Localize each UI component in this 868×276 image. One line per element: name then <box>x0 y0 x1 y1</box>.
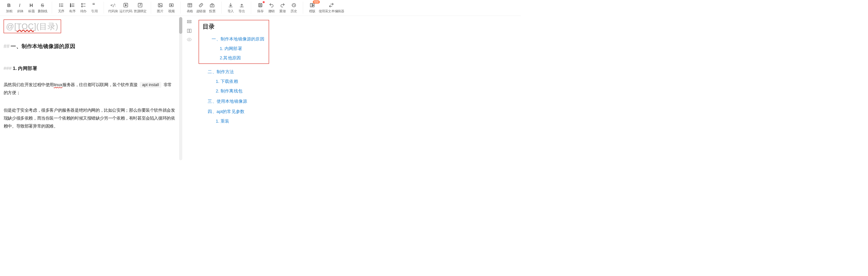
svg-marker-23 <box>125 4 127 6</box>
undo-button[interactable]: 撤销 <box>266 2 277 14</box>
download-icon <box>228 2 234 8</box>
svg-rect-34 <box>259 5 261 7</box>
toc-link[interactable]: 2.其他原因 <box>220 55 264 61</box>
toolbar-label: 撤销 <box>268 9 275 13</box>
highlight-box-toc-preview: 目录一、制作本地镜像源的原因1. 内网部署2.其他原因 <box>199 20 269 64</box>
upload-icon <box>239 2 244 8</box>
toolbar-label: 资源绑定 <box>134 9 146 13</box>
save-button[interactable]: 保存 <box>255 2 266 14</box>
toolbar-label: 表格 <box>187 9 193 13</box>
toolbar-label: 重做 <box>279 9 286 13</box>
editor-pane[interactable]: @[TOC](目录) ##一、制作本地镜像源的原因 ###1. 内网部署 虽然我… <box>0 16 179 160</box>
ul-button[interactable]: 无序 <box>55 2 67 14</box>
todo-button[interactable]: 待办 <box>78 2 89 14</box>
vote-button[interactable]: 投票 <box>207 2 218 14</box>
toolbar-label: 保存 <box>257 9 264 13</box>
link-button[interactable]: 超链接 <box>195 2 207 14</box>
link-box-icon <box>137 2 143 8</box>
image-button[interactable]: 图片 <box>155 2 166 14</box>
richtext-button[interactable]: 使用富文本编辑器 <box>318 2 345 14</box>
strike-button[interactable]: S删除线 <box>37 2 49 14</box>
preview-icon[interactable] <box>187 37 192 42</box>
video-button[interactable]: 视频 <box>166 2 177 14</box>
toolbar-label: 运行代码 <box>119 9 132 13</box>
table-icon <box>187 2 193 8</box>
preview-pane: 目录一、制作本地镜像源的原因1. 内网部署2.其他原因二、制作方法1. 下载依赖… <box>194 16 521 160</box>
toolbar-label: 视频 <box>168 9 175 13</box>
svg-text:</>: </> <box>111 3 116 8</box>
undo-icon <box>269 2 274 8</box>
heading-3-text: 1. 内网部署 <box>12 65 37 71</box>
svg-point-8 <box>59 6 60 7</box>
paragraph-1: 虽然我们在开发过程中使用linux服务器，往往都可以联网，装个软件直接 apt … <box>4 81 175 97</box>
toolbar-label: 超链接 <box>196 9 206 13</box>
quote-icon: “ <box>92 2 97 8</box>
toc-link[interactable]: 二、制作方法 <box>208 69 515 75</box>
svg-text:I: I <box>19 3 20 8</box>
quote-button[interactable]: “引用 <box>89 2 100 14</box>
highlight-box-toc: @[TOC](目录) <box>4 20 61 33</box>
redo-icon <box>280 2 285 8</box>
toc-link[interactable]: 1. 下载依赖 <box>216 78 515 84</box>
table-button[interactable]: 表格 <box>184 2 196 14</box>
list-ol-icon: 123 <box>70 2 75 8</box>
play-box-icon <box>123 2 128 8</box>
heading-3: ###1. 内网部署 <box>4 65 175 71</box>
italic-icon: I <box>18 2 23 8</box>
toolbar-label: 投票 <box>209 9 215 13</box>
history-button[interactable]: 历史 <box>288 2 300 14</box>
heading-button[interactable]: H标题 <box>26 2 37 14</box>
svg-rect-39 <box>187 20 191 21</box>
resource-button[interactable]: 资源绑定 <box>133 2 147 14</box>
layout-split-icon[interactable] <box>187 28 192 33</box>
ol-button[interactable]: 123有序 <box>67 2 78 14</box>
main-area: @[TOC](目录) ##一、制作本地镜像源的原因 ###1. 内网部署 虽然我… <box>0 16 521 160</box>
italic-button[interactable]: I斜体 <box>14 2 26 14</box>
svg-point-26 <box>159 4 160 5</box>
layout-single-icon[interactable] <box>187 20 192 25</box>
export-button[interactable]: 导出 <box>236 2 247 14</box>
heading-2-text: 一、制作本地镜像源的原因 <box>10 43 75 49</box>
markdown-hash-h2: ## <box>4 43 10 49</box>
layout-controls <box>185 16 194 160</box>
toolbar-label: 导入 <box>227 9 234 13</box>
template-button[interactable]: 模版new <box>307 2 318 14</box>
toolbar-label: 引用 <box>91 9 97 13</box>
scrollbar-thumb[interactable] <box>179 17 182 34</box>
bold-icon: B <box>7 2 12 8</box>
unsaved-dot-icon <box>263 1 265 3</box>
redo-button[interactable]: 重做 <box>277 2 288 14</box>
toolbar-label: 模版 <box>309 9 315 13</box>
link-icon <box>198 2 204 8</box>
paragraph-2: 但是处于安全考虑，很多客户的服务器是绝对内网的，比如公安网；那么你要装个软件就会… <box>4 106 175 130</box>
toolbar-label: 代码块 <box>108 9 118 13</box>
svg-rect-41 <box>187 29 189 32</box>
toc-link[interactable]: 1. 重装 <box>216 118 515 124</box>
runcode-button[interactable]: 运行代码 <box>119 2 133 14</box>
toolbar-label: 历史 <box>290 9 297 13</box>
bold-button[interactable]: B加粗 <box>4 2 15 14</box>
svg-rect-18 <box>82 6 83 7</box>
editor-scrollbar[interactable] <box>179 16 185 160</box>
heading-icon: H <box>29 2 34 8</box>
svg-text:3: 3 <box>70 5 71 7</box>
svg-text:B: B <box>7 3 10 8</box>
svg-point-4 <box>59 4 60 4</box>
scrollbar-track <box>179 17 182 160</box>
switch-icon <box>329 2 334 8</box>
toc-link[interactable]: 一、制作本地镜像源的原因 <box>212 36 264 42</box>
toolbar-label: 有序 <box>69 9 75 13</box>
toc-link[interactable]: 2. 制作离线包 <box>216 88 515 94</box>
svg-text:H: H <box>30 3 33 8</box>
toc-link[interactable]: 1. 内网部署 <box>220 45 264 51</box>
vote-icon <box>210 2 215 8</box>
codeblock-button[interactable]: </>代码块 <box>107 2 119 14</box>
toolbar-label: 待办 <box>80 9 87 13</box>
svg-point-6 <box>59 5 60 5</box>
import-button[interactable]: 导入 <box>225 2 237 14</box>
toolbar-label: 无序 <box>58 9 64 13</box>
toc-link[interactable]: 四、apt的常见参数 <box>208 109 515 115</box>
toc-link[interactable]: 三、使用本地镜像源 <box>208 98 515 104</box>
svg-rect-16 <box>82 3 83 4</box>
svg-rect-38 <box>312 5 314 7</box>
